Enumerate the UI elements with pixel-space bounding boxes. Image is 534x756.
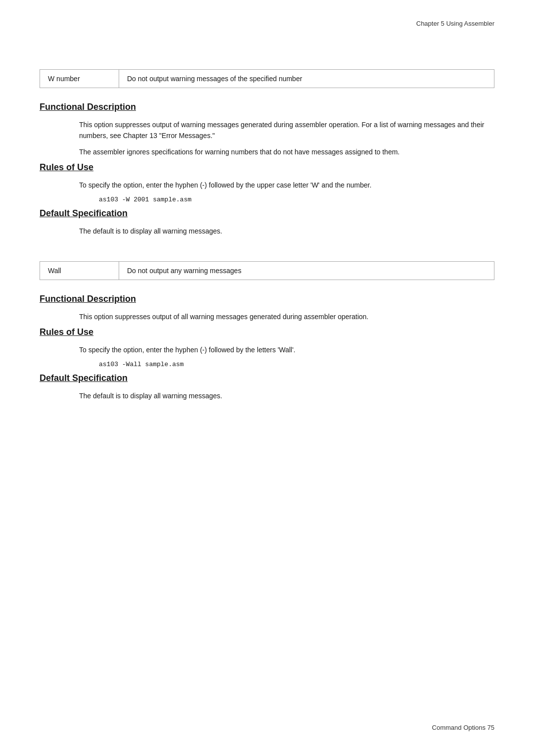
table-cell-description: Do not output warning messages of the sp… [119,70,494,88]
section2-fd-heading: Functional Description [40,294,494,304]
spacer2 [40,251,494,261]
section1-ds-text: The default is to display all warning me… [79,226,494,236]
table-row: Wall Do not output any warning messages [40,261,494,280]
section1-rou-text: To specify the option, enter the hyphen … [79,180,494,190]
wall-table: Wall Do not output any warning messages [40,261,494,280]
section2-rou-heading: Rules of Use [40,327,494,337]
section1-rou-code: as103 -W 2001 sample.asm [99,196,494,203]
section2-ds-text: The default is to display all warning me… [79,390,494,401]
spacer1 [40,241,494,251]
section1-functional-description: Functional Description This option suppr… [40,102,494,157]
section1-fd-para2: The assembler ignores specifications for… [79,146,494,157]
content-area: W number Do not output warning messages … [40,69,494,401]
section2-rou-code: as103 -Wall sample.asm [99,361,494,368]
section2-functional-description: Functional Description This option suppr… [40,294,494,322]
section1-fd-heading: Functional Description [40,102,494,112]
page-header: Chapter 5 Using Assembler [416,20,494,27]
section2-rules-of-use: Rules of Use To specify the option, ente… [40,327,494,368]
page-footer: Command Options 75 [432,724,494,731]
section2-rou-text: To specify the option, enter the hyphen … [79,344,494,355]
table-cell-option: W number [40,70,119,88]
section2-ds-heading: Default Specification [40,373,494,383]
section2-fd-para1: This option suppresses output of all war… [79,311,494,322]
section1-default-spec: Default Specification The default is to … [40,208,494,236]
table-cell-description: Do not output any warning messages [119,261,494,280]
table-row: W number Do not output warning messages … [40,70,494,88]
section1-fd-para1: This option suppresses output of warning… [79,119,494,142]
table-cell-option: Wall [40,261,119,280]
section1-rules-of-use: Rules of Use To specify the option, ente… [40,162,494,203]
section2-default-spec: Default Specification The default is to … [40,373,494,401]
section1-ds-heading: Default Specification [40,208,494,219]
w-number-table: W number Do not output warning messages … [40,69,494,88]
page-container: Chapter 5 Using Assembler W number Do no… [0,0,534,756]
section1-rou-heading: Rules of Use [40,162,494,173]
